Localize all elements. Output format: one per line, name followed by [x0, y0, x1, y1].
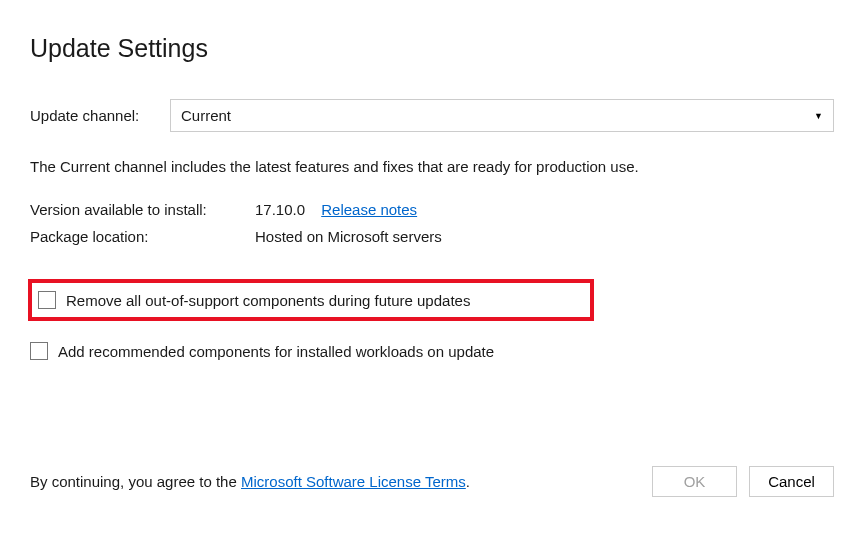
channel-description: The Current channel includes the latest …	[30, 158, 834, 175]
ok-button[interactable]: OK	[652, 466, 737, 497]
add-recommended-checkbox[interactable]	[30, 342, 48, 360]
remove-out-of-support-checkbox[interactable]	[38, 291, 56, 309]
package-location-label: Package location:	[30, 228, 255, 245]
version-value-group: 17.10.0 Release notes	[255, 201, 417, 218]
update-channel-label: Update channel:	[30, 107, 170, 124]
remove-out-of-support-label[interactable]: Remove all out-of-support components dur…	[66, 292, 470, 309]
release-notes-link[interactable]: Release notes	[321, 201, 417, 218]
license-suffix: .	[466, 473, 470, 490]
license-terms-link[interactable]: Microsoft Software License Terms	[241, 473, 466, 490]
license-text: By continuing, you agree to the Microsof…	[30, 473, 470, 490]
cancel-button[interactable]: Cancel	[749, 466, 834, 497]
remove-out-of-support-row: Remove all out-of-support components dur…	[28, 279, 594, 321]
version-row: Version available to install: 17.10.0 Re…	[30, 201, 834, 218]
version-label: Version available to install:	[30, 201, 255, 218]
chevron-down-icon: ▼	[814, 111, 823, 121]
button-group: OK Cancel	[652, 466, 834, 497]
dropdown-selected-value: Current	[181, 107, 231, 124]
update-channel-row: Update channel: Current ▼	[30, 99, 834, 132]
checkbox-section: Remove all out-of-support components dur…	[30, 279, 834, 367]
license-prefix: By continuing, you agree to the	[30, 473, 241, 490]
page-title: Update Settings	[30, 34, 834, 63]
add-recommended-row: Add recommended components for installed…	[30, 335, 834, 367]
add-recommended-label[interactable]: Add recommended components for installed…	[58, 343, 494, 360]
version-value: 17.10.0	[255, 201, 305, 218]
update-channel-dropdown[interactable]: Current ▼	[170, 99, 834, 132]
footer: By continuing, you agree to the Microsof…	[30, 466, 834, 497]
package-location-value: Hosted on Microsoft servers	[255, 228, 442, 245]
package-location-row: Package location: Hosted on Microsoft se…	[30, 228, 834, 245]
